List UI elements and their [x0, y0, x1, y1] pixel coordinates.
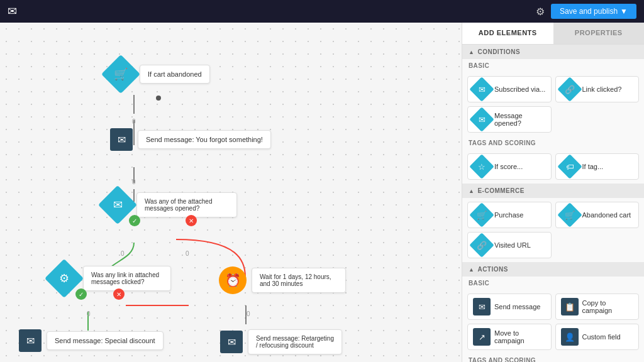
node-dark-icon: ✉ — [19, 329, 42, 352]
node-label: Wait for 1 days, 12 hours, and 30 minute… — [252, 268, 346, 293]
basic-actions-grid: ✉ Send message 📋 Copy to campaign ↗ Move… — [462, 290, 644, 354]
tab-properties[interactable]: PROPERTIES — [553, 23, 645, 44]
section-actions[interactable]: ▲ ACTIONS — [462, 262, 644, 277]
element-copy-to-campaign[interactable]: 📋 Copy to campaign — [555, 293, 640, 320]
element-subscribed[interactable]: ✉ Subscribed via... — [467, 76, 552, 102]
basic-conditions-grid: ✉ Subscribed via... 🔗 Link clicked? ✉ Me… — [462, 72, 644, 136]
node-label: Send message: Retargeting / refocusing d… — [248, 329, 342, 354]
node-send-special-discount[interactable]: ✉ Send message: Special discount — [19, 329, 164, 352]
node-label: Was any of the attached messages opened? — [136, 192, 237, 217]
tab-add-elements[interactable]: ADD ELEMENTS — [462, 23, 553, 44]
element-if-score[interactable]: ☆ If score... — [467, 153, 552, 180]
node-label: Send message: Special discount — [47, 331, 164, 350]
count-label-1: 0 — [132, 178, 136, 185]
ecommerce-grid: 🛒 Purchase 🛒 Abandoned cart 🔗 Visited UR… — [462, 198, 644, 262]
visited-url-icon: 🔗 — [469, 233, 494, 258]
node-message-opened[interactable]: ✉ Was any of the attached messages opene… — [104, 191, 237, 219]
node-diamond-icon: 🛒 — [101, 55, 140, 94]
node-dark-icon: ✉ — [220, 331, 243, 353]
yes-indicator: ✓ — [129, 215, 140, 226]
node-send-retargeting[interactable]: ✉ Send message: Retargeting / refocusing… — [220, 329, 342, 354]
subsection-basic-actions: BASIC — [462, 277, 644, 290]
node-orange-icon: ⏰ — [219, 266, 247, 294]
element-custom-field[interactable]: 👤 Custom field — [555, 324, 640, 350]
link-clicked-icon: 🔗 — [557, 77, 582, 102]
copy-to-campaign-icon: 📋 — [561, 298, 579, 315]
element-link-clicked[interactable]: 🔗 Link clicked? — [555, 76, 640, 102]
node-wait[interactable]: ⏰ Wait for 1 days, 12 hours, and 30 minu… — [219, 266, 346, 294]
count-label-2a: 0 — [121, 250, 125, 257]
actions-arrow: ▲ — [469, 266, 474, 273]
section-conditions[interactable]: ▲ CONDITIONS — [462, 45, 644, 59]
send-message-icon: ✉ — [473, 298, 491, 315]
main-area: 🛒 If cart abandoned 0 ✉ Send message: Yo… — [0, 23, 644, 362]
element-if-tag[interactable]: 🏷 If tag... — [555, 153, 640, 180]
count-label-0: 0 — [132, 118, 136, 125]
element-move-to-campaign[interactable]: ↗ Move to campaign — [467, 324, 552, 350]
conditions-arrow: ▲ — [469, 49, 474, 55]
panel-tabs: ADD ELEMENTS PROPERTIES — [462, 23, 644, 45]
node-label: Was any link in attached messages clicke… — [83, 266, 171, 291]
tags-scoring-conditions-grid: ☆ If score... 🏷 If tag... — [462, 150, 644, 184]
subsection-tags-scoring-conditions: TAGS AND SCORING — [462, 136, 644, 150]
topbar: ✉ ⚙ Save and publish ▼ — [0, 0, 644, 23]
section-ecommerce[interactable]: ▲ E-COMMERCE — [462, 184, 644, 198]
app-logo: ✉ — [8, 4, 17, 18]
node-label: Send message: You forgot something! — [138, 130, 271, 149]
element-abandoned-cart[interactable]: 🛒 Abandoned cart — [555, 202, 640, 228]
topbar-right: ⚙ Save and publish ▼ — [536, 4, 636, 19]
move-to-campaign-icon: ↗ — [473, 328, 491, 346]
node-send-message-1[interactable]: ✉ Send message: You forgot something! — [110, 128, 271, 151]
save-publish-button[interactable]: Save and publish ▼ — [551, 4, 636, 19]
if-score-icon: ☆ — [469, 154, 494, 179]
element-purchase[interactable]: 🛒 Purchase — [467, 202, 552, 228]
count-label-4: 0 — [247, 310, 250, 317]
ecommerce-arrow: ▲ — [469, 188, 474, 194]
connector-bottom — [156, 96, 161, 101]
no-indicator: ✕ — [186, 215, 197, 226]
purchase-icon: 🛒 — [469, 202, 494, 228]
count-label-5a: 0 — [87, 310, 91, 317]
node-label: If cart abandoned — [140, 65, 210, 84]
yes-indicator: ✓ — [75, 288, 87, 300]
settings-button[interactable]: ⚙ — [536, 6, 545, 18]
subsection-basic-conditions: BASIC — [462, 59, 644, 72]
subsection-tags-scoring-actions: TAGS AND SCORING — [462, 354, 644, 362]
node-if-cart-abandoned[interactable]: 🛒 If cart abandoned — [107, 60, 210, 88]
node-dark-icon: ✉ — [110, 128, 133, 151]
right-panel: ADD ELEMENTS PROPERTIES ▲ CONDITIONS BAS… — [462, 23, 644, 362]
element-message-opened[interactable]: ✉ Message opened? — [467, 106, 552, 133]
if-tag-icon: 🏷 — [557, 154, 582, 179]
node-link-clicked[interactable]: ⚙ Was any link in attached messages clic… — [50, 265, 171, 292]
abandoned-cart-icon: 🛒 — [557, 202, 582, 228]
custom-field-icon: 👤 — [561, 328, 579, 346]
no-indicator: ✕ — [113, 288, 125, 300]
count-label-2b: 0 — [186, 250, 189, 257]
element-send-message[interactable]: ✉ Send message — [467, 293, 552, 320]
element-visited-url[interactable]: 🔗 Visited URL — [467, 232, 552, 258]
subscribed-icon: ✉ — [469, 77, 494, 102]
workflow-canvas[interactable]: 🛒 If cart abandoned 0 ✉ Send message: Yo… — [0, 23, 462, 362]
message-opened-icon: ✉ — [469, 107, 494, 132]
